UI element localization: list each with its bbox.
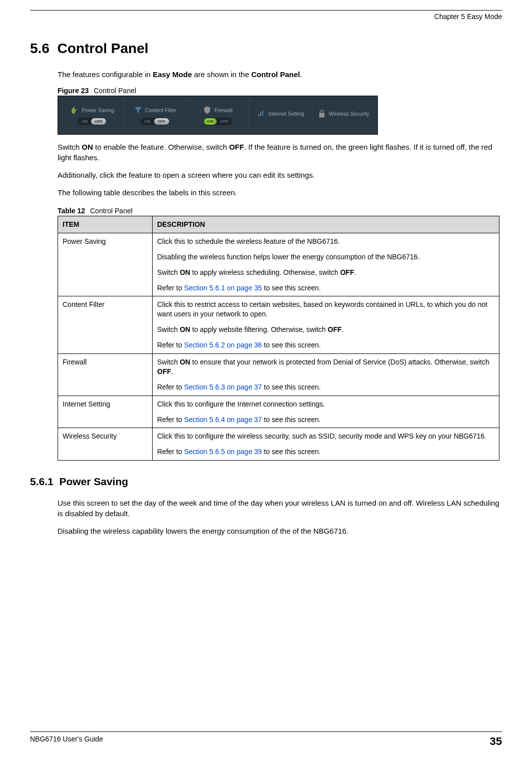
section-number: 5.6: [30, 41, 50, 56]
cp-item-internet-setting: Internet Setting: [249, 98, 311, 132]
table-row: FirewallSwitch ON to ensure that your ne…: [58, 354, 499, 396]
th-item: ITEM: [58, 216, 153, 233]
section-heading: 5.6 Control Panel: [30, 41, 502, 57]
section-reference-link[interactable]: Section 5.6.1 on page 35: [184, 284, 262, 292]
bars-icon: [257, 109, 266, 118]
cp-item-label: Internet Setting: [268, 111, 304, 117]
section-reference-link[interactable]: Section 5.6.4 on page 37: [184, 416, 262, 424]
page-number: 35: [490, 735, 502, 748]
subsection-title-text: Power Saving: [59, 476, 128, 487]
control-panel-table: ITEM DESCRIPTION Power SavingClick this …: [58, 216, 499, 461]
cp-item-content-filter: Content FilterONOFF: [123, 98, 186, 132]
toggle-switch: ONOFF: [203, 118, 232, 125]
table-row: Internet SettingClick this to configure …: [58, 396, 499, 428]
cp-item-label: Firewall: [214, 107, 232, 113]
footer-guide-name: NBG6716 User's Guide: [30, 735, 103, 748]
cp-item-label: Power Saving: [82, 107, 114, 113]
toggle-switch: ONOFF: [78, 118, 107, 125]
lock-icon: [317, 109, 326, 118]
table-caption: Table 12Control Panel: [58, 207, 499, 215]
section-reference-link[interactable]: Section 5.6.3 on page 37: [184, 383, 262, 391]
description-cell: Click this to configure the Internet con…: [153, 396, 499, 428]
running-header: Chapter 5 Easy Mode: [30, 13, 502, 21]
control-panel-figure: Power SavingONOFFContent FilterONOFFFire…: [58, 96, 378, 135]
section-title-text: Control Panel: [58, 41, 149, 56]
cp-item-firewall: FirewallONOFF: [186, 98, 249, 132]
item-cell: Internet Setting: [58, 396, 153, 428]
subsection-p2: Disabling the wireless capability lowers…: [58, 526, 499, 536]
item-cell: Wireless Security: [58, 428, 153, 461]
item-cell: Power Saving: [58, 233, 153, 296]
item-cell: Content Filter: [58, 296, 153, 354]
cp-item-label: Wireless Security: [329, 111, 369, 117]
table-row: Wireless SecurityClick this to configure…: [58, 428, 499, 461]
th-description: DESCRIPTION: [153, 216, 499, 233]
section-reference-link[interactable]: Section 5.6.5 on page 39: [184, 448, 262, 456]
cp-item-wireless-security: Wireless Security: [312, 98, 374, 132]
subsection-number: 5.6.1: [30, 476, 54, 487]
item-cell: Firewall: [58, 354, 153, 396]
switch-desc-paragraph: Switch ON to enable the feature. Otherwi…: [58, 142, 499, 163]
table-intro-paragraph: The following table describes the labels…: [58, 187, 499, 198]
description-cell: Click this to schedule the wireless feat…: [153, 233, 499, 296]
description-cell: Switch ON to ensure that your network is…: [153, 354, 499, 396]
funnel-icon: [134, 106, 143, 115]
subsection-heading: 5.6.1 Power Saving: [30, 476, 502, 488]
leaf-icon: [70, 106, 79, 115]
section-reference-link[interactable]: Section 5.6.2 on page 36: [184, 341, 262, 349]
description-cell: Click this to restrict access to certain…: [153, 296, 499, 354]
shield-icon: [203, 106, 212, 115]
figure-caption: Figure 23Control Panel: [58, 87, 499, 95]
intro-paragraph: The features configurable in Easy Mode a…: [58, 69, 499, 80]
cp-item-label: Content Filter: [145, 107, 177, 113]
additional-paragraph: Additionally, click the feature to open …: [58, 170, 499, 180]
cp-item-power-saving: Power SavingONOFF: [61, 98, 123, 132]
table-row: Content FilterClick this to restrict acc…: [58, 296, 499, 354]
subsection-p1: Use this screen to set the day of the we…: [58, 498, 499, 519]
table-row: Power SavingClick this to schedule the w…: [58, 233, 499, 296]
description-cell: Click this to configure the wireless sec…: [153, 428, 499, 461]
toggle-switch: ONOFF: [141, 118, 170, 125]
